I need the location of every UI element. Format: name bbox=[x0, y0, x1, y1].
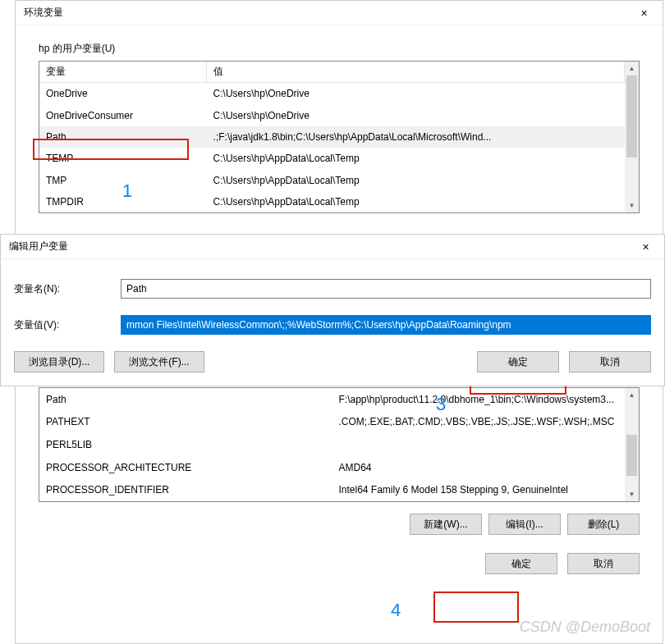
env-cancel-button[interactable]: 取消 bbox=[567, 553, 640, 574]
delete-system-button[interactable]: 删除(L) bbox=[567, 514, 640, 535]
scroll-track[interactable] bbox=[625, 402, 639, 487]
var-name-label: 变量名(N): bbox=[14, 282, 121, 296]
table-row[interactable]: PERL5LIB bbox=[39, 433, 625, 456]
table-row[interactable]: TMPC:\Users\hp\AppData\Local\Temp bbox=[39, 169, 625, 190]
system-scrollbar[interactable]: ▲ ▼ bbox=[625, 388, 639, 501]
scroll-thumb[interactable] bbox=[626, 435, 637, 476]
table-row[interactable]: TEMPC:\Users\hp\AppData\Local\Temp bbox=[39, 148, 625, 169]
edit-cancel-button[interactable]: 取消 bbox=[569, 351, 651, 372]
edit-close-button[interactable]: × bbox=[627, 235, 664, 259]
scroll-track[interactable] bbox=[625, 75, 639, 199]
scroll-up-icon[interactable]: ▲ bbox=[625, 388, 639, 402]
browse-file-button[interactable]: 浏览文件(F)... bbox=[114, 351, 204, 372]
table-row[interactable]: TMPDIRC:\Users\hp\AppData\Local\Temp bbox=[39, 191, 625, 212]
edit-titlebar: 编辑用户变量 × bbox=[1, 235, 664, 259]
table-row[interactable]: PathF:\app\hp\product\11.2.0\dbhome_1\bi… bbox=[39, 388, 625, 411]
dialog-footer-buttons: 确定 取消 bbox=[39, 553, 640, 574]
table-row[interactable]: PROCESSOR_IDENTIFIERIntel64 Family 6 Mod… bbox=[39, 478, 625, 501]
user-vars-table-wrap: 变量 值 OneDriveC:\Users\hp\OneDrive OneDri… bbox=[39, 61, 640, 213]
table-row[interactable]: PROCESSOR_ARCHITECTUREAMD64 bbox=[39, 456, 625, 479]
scroll-down-icon[interactable]: ▼ bbox=[625, 487, 639, 501]
browse-dir-button[interactable]: 浏览目录(D)... bbox=[14, 351, 104, 372]
edit-ok-button[interactable]: 确定 bbox=[477, 351, 559, 372]
close-icon: × bbox=[642, 240, 649, 253]
system-vars-buttons: 新建(W)... 编辑(I)... 删除(L) bbox=[39, 514, 640, 535]
env-ok-button[interactable]: 确定 bbox=[485, 553, 557, 574]
env-title: 环境变量 bbox=[24, 6, 63, 20]
var-value-input[interactable] bbox=[121, 315, 651, 335]
scroll-up-icon[interactable]: ▲ bbox=[625, 62, 639, 75]
user-vars-label: hp 的用户变量(U) bbox=[39, 42, 663, 56]
new-system-button[interactable]: 新建(W)... bbox=[410, 514, 482, 535]
close-button[interactable]: × bbox=[626, 1, 663, 25]
edit-system-button[interactable]: 编辑(I)... bbox=[488, 514, 561, 535]
var-name-input[interactable] bbox=[121, 279, 651, 299]
table-row[interactable]: Path.;F:\java\jdk1.8\bin;C:\Users\hp\App… bbox=[39, 126, 625, 148]
var-value-label: 变量值(V): bbox=[14, 318, 121, 332]
col-header-variable[interactable]: 变量 bbox=[39, 62, 207, 83]
scroll-thumb[interactable] bbox=[626, 75, 637, 158]
edit-title: 编辑用户变量 bbox=[9, 240, 68, 253]
watermark: CSDN @DemoBoot bbox=[520, 619, 650, 636]
user-vars-table[interactable]: 变量 值 OneDriveC:\Users\hp\OneDrive OneDri… bbox=[39, 62, 625, 212]
system-vars-table[interactable]: PathF:\app\hp\product\11.2.0\dbhome_1\bi… bbox=[39, 388, 625, 501]
table-row[interactable]: OneDriveC:\Users\hp\OneDrive bbox=[39, 83, 625, 105]
user-scrollbar[interactable]: ▲ ▼ bbox=[625, 62, 639, 212]
edit-user-variable-dialog: 编辑用户变量 × 变量名(N): 变量值(V): 浏览目录(D)... 浏览文件… bbox=[0, 234, 665, 386]
env-titlebar: 环境变量 × bbox=[16, 1, 663, 25]
col-header-value[interactable]: 值 bbox=[207, 62, 625, 83]
table-row[interactable]: PATHEXT.COM;.EXE;.BAT;.CMD;.VBS;.VBE;.JS… bbox=[39, 411, 625, 434]
scroll-down-icon[interactable]: ▼ bbox=[625, 199, 639, 212]
system-vars-table-wrap: PathF:\app\hp\product\11.2.0\dbhome_1\bi… bbox=[39, 387, 640, 502]
table-row[interactable]: OneDriveConsumerC:\Users\hp\OneDrive bbox=[39, 104, 625, 126]
close-icon: × bbox=[640, 7, 647, 20]
